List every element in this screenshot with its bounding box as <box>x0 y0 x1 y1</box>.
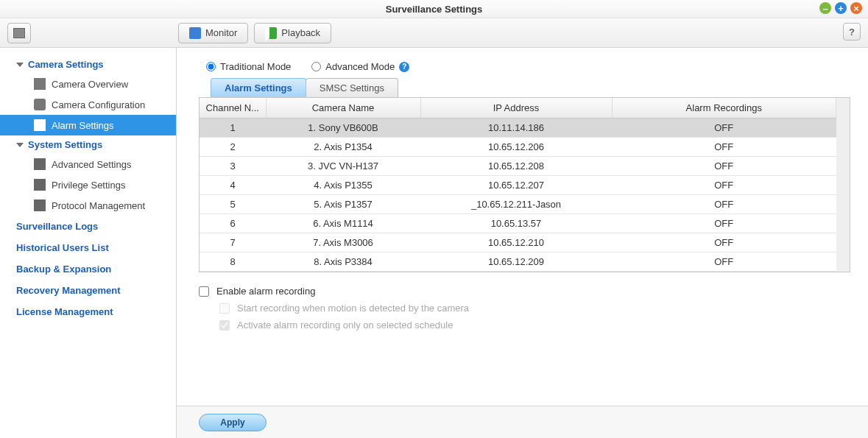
cell-ch: 8 <box>200 252 266 272</box>
cell-name: 4. Axis P1355 <box>266 176 420 195</box>
sidebar-item-camera-overview[interactable]: Camera Overview <box>0 74 176 94</box>
monitor-button[interactable]: Monitor <box>178 23 248 43</box>
col-alarm-recordings[interactable]: Alarm Recordings <box>612 98 836 119</box>
table-row[interactable]: 11. Sony VB600B10.11.14.186OFF <box>200 119 836 138</box>
cell-name: 5. Axis P1357 <box>266 195 420 214</box>
sidebar-item-label: Privilege Settings <box>52 180 125 191</box>
playback-icon <box>265 27 277 39</box>
monitor-label: Monitor <box>205 27 237 38</box>
sidebar-item-label: Camera Overview <box>52 79 128 90</box>
sidebar-link-surveillance-logs[interactable]: Surveillance Logs <box>0 216 176 237</box>
help-icon[interactable]: ? <box>399 62 409 72</box>
table-row[interactable]: 66. Axis M111410.65.13.57OFF <box>200 214 836 233</box>
schedule-recording-checkbox <box>219 320 230 331</box>
enable-alarm-checkbox[interactable] <box>199 286 209 297</box>
traditional-label: Traditional Mode <box>220 61 291 72</box>
table-row[interactable]: 77. Axis M300610.65.12.210OFF <box>200 233 836 252</box>
cell-name: 7. Axis M3006 <box>266 233 420 252</box>
options-group: Enable alarm recording Start recording w… <box>199 283 850 333</box>
sidebar-item-protocol-management[interactable]: Protocol Management <box>0 195 176 216</box>
traditional-radio-input[interactable] <box>206 62 216 71</box>
advanced-mode-radio[interactable]: Advanced Mode ? <box>311 61 409 72</box>
motion-recording-row: Start recording when motion is detected … <box>219 300 850 317</box>
cell-ip: 10.65.12.208 <box>420 157 612 176</box>
table-row[interactable]: 44. Axis P135510.65.12.207OFF <box>200 176 836 195</box>
sidebar-item-label: Protocol Management <box>52 200 145 211</box>
cell-alarm: OFF <box>612 157 836 176</box>
sidebar-item-camera-configuration[interactable]: Camera Configuration <box>0 94 176 115</box>
cell-name: 1. Sony VB600B <box>266 119 420 138</box>
toolbar: Monitor Playback ? <box>0 18 868 48</box>
playback-button[interactable]: Playback <box>254 23 331 43</box>
cell-ch: 1 <box>200 119 266 138</box>
cell-ch: 6 <box>200 214 266 233</box>
cell-ip: _10.65.12.211-Jason <box>420 195 612 214</box>
camera-icon <box>34 99 46 110</box>
motion-recording-checkbox <box>219 303 230 314</box>
tab-smsc-settings[interactable]: SMSC Settings <box>306 78 398 97</box>
cell-name: 2. Axis P1354 <box>266 138 420 157</box>
cell-ip: 10.65.12.209 <box>420 252 612 272</box>
cell-ch: 4 <box>200 176 266 195</box>
col-ip-address[interactable]: IP Address <box>420 98 612 119</box>
cell-alarm: OFF <box>612 138 836 157</box>
list-icon <box>34 78 46 90</box>
sidebar-item-alarm-settings[interactable]: Alarm Settings <box>0 115 176 135</box>
system-settings-label: System Settings <box>28 139 102 150</box>
sidebar-item-label: Camera Configuration <box>52 99 145 110</box>
close-icon[interactable]: × <box>850 2 862 14</box>
tab-bar: Alarm Settings SMSC Settings <box>211 78 850 97</box>
chevron-down-icon <box>16 63 24 67</box>
cell-ch: 5 <box>200 195 266 214</box>
camera-table: Channel N... Camera Name IP Address Alar… <box>199 97 850 272</box>
panel-toggle-button[interactable] <box>7 23 31 43</box>
apply-button[interactable]: Apply <box>199 414 267 431</box>
advanced-radio-input[interactable] <box>311 62 321 71</box>
cell-ip: 10.65.12.206 <box>420 138 612 157</box>
sidebar-link-license-management[interactable]: License Management <box>0 301 176 322</box>
enable-alarm-label: Enable alarm recording <box>216 286 315 297</box>
sidebar-link-backup-expansion[interactable]: Backup & Expansion <box>0 258 176 280</box>
sidebar-item-advanced-settings[interactable]: Advanced Settings <box>0 154 176 174</box>
table-row[interactable]: 88. Axis P338410.65.12.209OFF <box>200 252 836 272</box>
cell-name: 8. Axis P3384 <box>266 252 420 272</box>
chevron-down-icon <box>16 143 24 147</box>
sidebar-link-historical-users[interactable]: Historical Users List <box>0 237 176 258</box>
cell-name: 6. Axis M1114 <box>266 214 420 233</box>
enable-alarm-recording-row[interactable]: Enable alarm recording <box>199 283 850 300</box>
col-camera-name[interactable]: Camera Name <box>266 98 420 119</box>
cell-alarm: OFF <box>612 119 836 138</box>
expand-icon[interactable]: + <box>835 2 847 14</box>
sidebar-heading-camera[interactable]: Camera Settings <box>0 55 176 74</box>
cell-ch: 2 <box>200 138 266 157</box>
tab-alarm-settings[interactable]: Alarm Settings <box>211 78 306 97</box>
window-title: Surveillance Settings <box>386 4 483 15</box>
sidebar-heading-system[interactable]: System Settings <box>0 135 176 154</box>
cell-ip: 10.11.14.186 <box>420 119 612 138</box>
user-icon <box>34 179 46 191</box>
table-row[interactable]: 22. Axis P135410.65.12.206OFF <box>200 138 836 157</box>
cell-alarm: OFF <box>612 176 836 195</box>
sidebar-item-privilege-settings[interactable]: Privilege Settings <box>0 174 176 195</box>
table-row[interactable]: 55. Axis P1357_10.65.12.211-JasonOFF <box>200 195 836 214</box>
cell-alarm: OFF <box>612 252 836 272</box>
schedule-recording-row: Activate alarm recording only on selecte… <box>219 317 850 333</box>
motion-recording-label: Start recording when motion is detected … <box>237 303 469 314</box>
cell-alarm: OFF <box>612 214 836 233</box>
window-buttons: – + × <box>819 2 862 14</box>
help-button[interactable]: ? <box>843 23 861 40</box>
table-row[interactable]: 33. JVC VN-H13710.65.12.208OFF <box>200 157 836 176</box>
sidebar-item-label: Alarm Settings <box>52 120 114 131</box>
table-header-row: Channel N... Camera Name IP Address Alar… <box>200 98 836 119</box>
mode-row: Traditional Mode Advanced Mode ? <box>206 61 850 72</box>
col-channel[interactable]: Channel N... <box>200 98 266 119</box>
cell-ch: 7 <box>200 233 266 252</box>
minimize-icon[interactable]: – <box>819 2 831 14</box>
sidebar-item-label: Advanced Settings <box>52 159 131 170</box>
traditional-mode-radio[interactable]: Traditional Mode <box>206 61 291 72</box>
title-bar: Surveillance Settings – + × <box>0 0 868 18</box>
sidebar-link-recovery-management[interactable]: Recovery Management <box>0 280 176 301</box>
cell-ip: 10.65.12.210 <box>420 233 612 252</box>
alarm-icon <box>34 119 46 131</box>
advanced-label: Advanced Mode <box>325 61 395 72</box>
